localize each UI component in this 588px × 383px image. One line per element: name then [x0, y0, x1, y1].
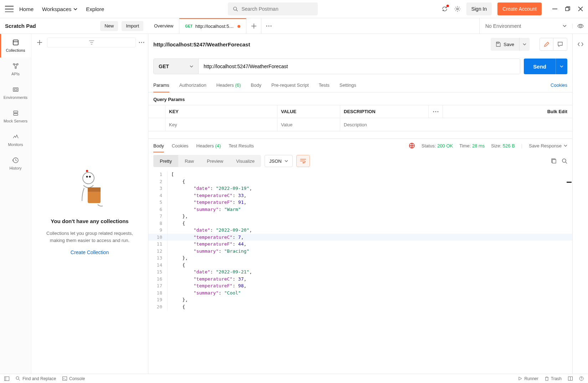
- svg-point-22: [89, 176, 91, 178]
- window-close-icon[interactable]: [578, 6, 583, 11]
- svg-point-4: [269, 25, 270, 26]
- response-body[interactable]: 1[2 {3 "date": "2022-09-19",4 "temperatu…: [148, 170, 572, 374]
- svg-rect-32: [5, 377, 9, 381]
- view-pretty[interactable]: Pretty: [153, 155, 178, 167]
- search-input[interactable]: [241, 6, 313, 12]
- chevron-down-icon: [190, 65, 193, 67]
- edit-icon-button[interactable]: [540, 38, 553, 50]
- svg-rect-30: [552, 160, 556, 163]
- rail-monitors[interactable]: Monitors: [0, 128, 31, 152]
- resp-tab-cookies[interactable]: Cookies: [172, 139, 189, 152]
- url-input[interactable]: [199, 59, 520, 74]
- method-select[interactable]: GET: [154, 59, 199, 74]
- chevron-down-icon: [564, 145, 567, 147]
- console-button[interactable]: Console: [62, 376, 85, 381]
- copy-response-button[interactable]: [551, 158, 557, 164]
- rail-history[interactable]: History: [0, 152, 31, 175]
- svg-rect-7: [13, 40, 18, 45]
- window-maximize-icon[interactable]: [565, 6, 570, 11]
- save-button[interactable]: Save: [491, 38, 530, 51]
- tab-authorization[interactable]: Authorization: [179, 78, 206, 92]
- tab-request[interactable]: GET http://localhost:5247/W: [179, 18, 246, 34]
- rail-environments[interactable]: Environments: [0, 81, 31, 105]
- filter-input[interactable]: [47, 37, 136, 47]
- svg-point-10: [15, 67, 16, 69]
- trash-button[interactable]: Trash: [545, 376, 562, 381]
- tab-overview[interactable]: Overview: [148, 18, 179, 34]
- nav-explore[interactable]: Explore: [86, 6, 104, 12]
- layout-button[interactable]: [568, 377, 573, 381]
- resp-tab-test-results[interactable]: Test Results: [229, 139, 254, 152]
- rail-collections[interactable]: Collections: [0, 34, 31, 57]
- empty-text: Collections let you group related reques…: [39, 230, 141, 244]
- rail-apis[interactable]: APIs: [0, 57, 31, 81]
- nav-workspaces[interactable]: Workspaces: [42, 6, 77, 12]
- qp-options-button[interactable]: [429, 105, 443, 118]
- resp-tab-headers[interactable]: Headers (4): [196, 139, 221, 152]
- save-options-button[interactable]: [520, 43, 530, 45]
- resp-tab-body[interactable]: Body: [153, 139, 164, 152]
- chevron-down-icon: [563, 25, 567, 27]
- tab-options-button[interactable]: [261, 18, 276, 34]
- view-preview[interactable]: Preview: [200, 155, 230, 167]
- tab-settings[interactable]: Settings: [339, 78, 356, 92]
- create-collection-link[interactable]: Create Collection: [71, 250, 109, 255]
- search-icon: [233, 6, 238, 12]
- network-icon[interactable]: [409, 142, 415, 149]
- tab-body[interactable]: Body: [251, 78, 261, 92]
- svg-rect-2: [566, 7, 569, 11]
- environment-preview-button[interactable]: [572, 24, 588, 29]
- create-account-button[interactable]: Create Account: [497, 2, 542, 15]
- nav-home[interactable]: Home: [19, 6, 34, 12]
- qp-key-input[interactable]: [169, 122, 273, 127]
- svg-point-1: [456, 8, 458, 10]
- bulk-edit-button[interactable]: Bulk Edit: [443, 105, 572, 118]
- tab-headers[interactable]: Headers (6): [216, 78, 241, 92]
- window-minimize-icon[interactable]: [552, 6, 557, 11]
- sidepanel-options-button[interactable]: [139, 42, 144, 43]
- qp-value-input[interactable]: [281, 122, 336, 127]
- qp-description-header: DESCRIPTION: [340, 105, 429, 118]
- save-response-button[interactable]: Save Response: [529, 143, 567, 148]
- empty-collections-illustration: [73, 170, 107, 212]
- environment-select[interactable]: No Environment: [480, 23, 572, 29]
- request-title: http://localhost:5247/WeatherForecast: [153, 41, 487, 47]
- add-collection-button[interactable]: [35, 38, 44, 47]
- view-raw[interactable]: Raw: [178, 155, 200, 167]
- cookies-link[interactable]: Cookies: [551, 82, 567, 88]
- send-button[interactable]: Send: [524, 59, 567, 74]
- add-tab-button[interactable]: [246, 18, 261, 34]
- svg-rect-12: [14, 89, 17, 90]
- sidebar-toggle-button[interactable]: [4, 377, 9, 381]
- code-panel-button[interactable]: [574, 37, 587, 51]
- tab-prerequest[interactable]: Pre-request Script: [271, 78, 309, 92]
- search-box[interactable]: [228, 2, 318, 15]
- sign-in-button[interactable]: Sign In: [466, 2, 492, 15]
- help-button[interactable]: [579, 376, 584, 381]
- monitors-icon: [12, 133, 19, 140]
- tab-tests[interactable]: Tests: [319, 78, 329, 92]
- wrap-lines-button[interactable]: [296, 155, 310, 167]
- chevron-down-icon: [73, 7, 77, 11]
- new-button[interactable]: New: [100, 21, 118, 31]
- import-button[interactable]: Import: [122, 21, 143, 31]
- search-response-button[interactable]: [562, 158, 567, 164]
- sync-icon[interactable]: [441, 6, 448, 12]
- history-icon: [12, 157, 19, 164]
- send-options-button[interactable]: [556, 59, 567, 74]
- tab-params[interactable]: Params: [153, 78, 169, 92]
- svg-point-18: [143, 42, 144, 43]
- menu-icon[interactable]: [5, 5, 14, 13]
- runner-button[interactable]: Runner: [518, 376, 538, 381]
- wrap-icon: [300, 158, 306, 163]
- svg-rect-34: [63, 377, 67, 381]
- view-visualize[interactable]: Visualize: [230, 155, 261, 167]
- qp-description-input[interactable]: [344, 122, 569, 127]
- svg-rect-24: [88, 187, 101, 192]
- response-type-select[interactable]: JSON: [265, 155, 293, 167]
- settings-icon[interactable]: [454, 6, 461, 12]
- minimap-scroll-indicator[interactable]: [567, 182, 572, 183]
- comment-icon-button[interactable]: [553, 38, 567, 50]
- find-replace-button[interactable]: Find and Replace: [16, 376, 56, 381]
- rail-mock-servers[interactable]: Mock Servers: [0, 105, 31, 128]
